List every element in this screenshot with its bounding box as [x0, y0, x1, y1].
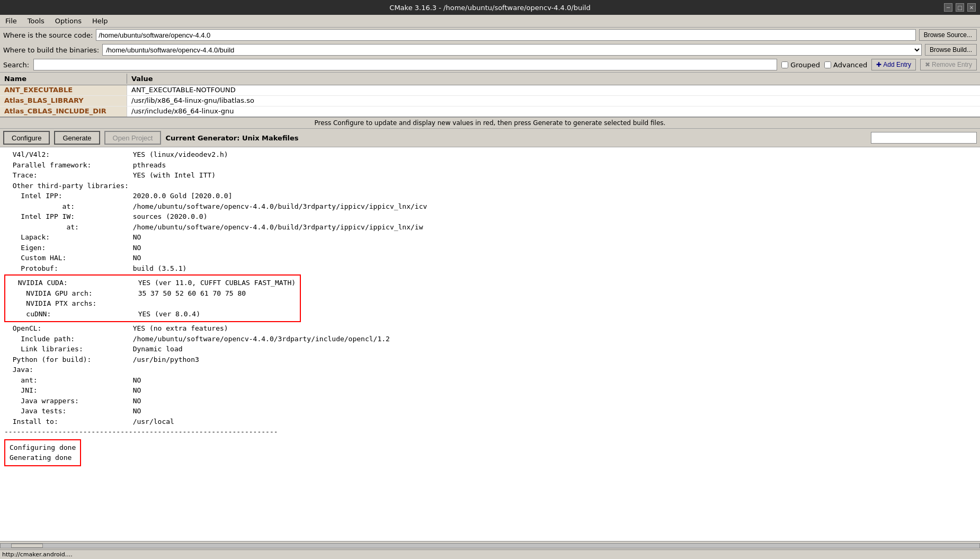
- close-button[interactable]: ✕: [967, 3, 976, 12]
- menu-file[interactable]: File: [2, 16, 20, 26]
- output-line: ant: NO: [4, 375, 976, 386]
- build-label: Where to build the binaries:: [3, 46, 99, 54]
- search-input[interactable]: [33, 59, 777, 70]
- cell-value[interactable]: /usr/include/x86_64-linux-gnu: [127, 107, 980, 117]
- browse-source-button[interactable]: Browse Source...: [919, 29, 977, 41]
- scrollbar-thumb[interactable]: [11, 544, 43, 548]
- source-input[interactable]: [96, 29, 915, 41]
- source-label: Where is the source code:: [3, 31, 93, 39]
- output-line: at: /home/ubuntu/software/opencv-4.4.0/b…: [4, 222, 976, 233]
- open-project-button[interactable]: Open Project: [104, 131, 162, 145]
- menu-tools[interactable]: Tools: [24, 16, 48, 26]
- cell-name: ANT_EXECUTABLE: [0, 85, 127, 95]
- cuda-highlight-box: NVIDIA CUDA: YES (ver 11.0, CUFFT CUBLAS…: [4, 274, 301, 322]
- menu-help[interactable]: Help: [89, 16, 111, 26]
- titlebar: CMake 3.16.3 - /home/ubuntu/software/ope…: [0, 0, 980, 15]
- output-area[interactable]: V4l/V4l2: YES (linux/videodev2.h) Parall…: [0, 147, 980, 541]
- add-entry-button[interactable]: ✚ Add Entry: [871, 59, 916, 70]
- menu-options[interactable]: Options: [52, 16, 85, 26]
- output-search-input[interactable]: [871, 132, 977, 144]
- cuda-line-1: NVIDIA GPU arch: 35 37 50 52 60 61 70 75…: [10, 288, 296, 299]
- advanced-checkbox-group: Advanced: [824, 61, 867, 69]
- table-row[interactable]: Atlas_BLAS_LIBRARY /usr/lib/x86_64-linux…: [0, 96, 980, 107]
- generate-button[interactable]: Generate: [54, 131, 100, 145]
- remove-entry-button[interactable]: ✖ Remove Entry: [920, 59, 977, 70]
- grouped-checkbox[interactable]: [781, 61, 788, 68]
- grouped-checkbox-group: Grouped: [781, 61, 820, 69]
- advanced-label: Advanced: [833, 61, 867, 69]
- output-line: Eigen: NO: [4, 243, 976, 253]
- table-header: Name Value: [0, 73, 980, 85]
- output-line: OpenCL: YES (no extra features): [4, 323, 976, 334]
- output-line: Link libraries: Dynamic load: [4, 344, 976, 354]
- grouped-label: Grouped: [790, 61, 820, 69]
- minimize-button[interactable]: ─: [944, 3, 952, 12]
- plus-icon: ✚: [876, 61, 881, 68]
- statusline: http://cmaker.android....: [0, 549, 980, 559]
- table-row[interactable]: ANT_EXECUTABLE ANT_EXECUTABLE-NOTFOUND: [0, 85, 980, 96]
- remove-icon: ✖: [925, 61, 930, 68]
- bottom-controls: Configure Generate Open Project Current …: [0, 129, 980, 147]
- search-label: Search:: [3, 61, 29, 69]
- cuda-line-0: NVIDIA CUDA: YES (ver 11.0, CUFFT CUBLAS…: [10, 278, 296, 288]
- build-path-select[interactable]: /home/ubuntu/software/opencv-4.4.0/build: [102, 44, 922, 56]
- config-done-line-1: Generating done: [10, 452, 76, 463]
- output-line: Parallel framework: pthreads: [4, 160, 976, 171]
- output-line: Install to: /usr/local: [4, 416, 976, 427]
- status-bar: Press Configure to update and display ne…: [0, 117, 980, 129]
- configure-button[interactable]: Configure: [3, 131, 50, 145]
- generator-label: Current Generator: Unix Makefiles: [165, 134, 298, 142]
- search-row: Search: Grouped Advanced ✚ Add Entry ✖ R…: [0, 57, 980, 73]
- cell-value[interactable]: /usr/lib/x86_64-linux-gnu/libatlas.so: [127, 96, 980, 106]
- config-done-box: Configuring done Generating done: [4, 439, 81, 466]
- output-line: Trace: YES (with Intel ITT): [4, 170, 976, 181]
- output-line: JNI: NO: [4, 385, 976, 396]
- output-line: Java wrappers: NO: [4, 396, 976, 406]
- cuda-line-4: cuDNN: YES (ver 8.0.4): [10, 309, 296, 320]
- col-name-header: Name: [0, 74, 127, 84]
- output-line: Intel IPP IW: sources (2020.0.0): [4, 211, 976, 222]
- menubar: File Tools Options Help: [0, 15, 980, 28]
- output-line: Java tests: NO: [4, 406, 976, 416]
- add-entry-label: Add Entry: [883, 61, 911, 68]
- title-text: CMake 3.16.3 - /home/ubuntu/software/ope…: [389, 4, 590, 12]
- config-done-line-0: Configuring done: [10, 442, 76, 453]
- advanced-checkbox[interactable]: [824, 61, 831, 68]
- window-controls: ─ □ ✕: [944, 3, 976, 12]
- browse-build-button[interactable]: Browse Build...: [925, 44, 977, 56]
- horizontal-scrollbar[interactable]: [0, 541, 980, 549]
- output-line: Java:: [4, 365, 976, 375]
- maximize-button[interactable]: □: [956, 3, 964, 12]
- remove-entry-label: Remove Entry: [932, 61, 972, 68]
- cell-name: Atlas_CBLAS_INCLUDE_DIR: [0, 107, 127, 117]
- source-row: Where is the source code: Browse Source.…: [0, 28, 980, 42]
- output-line: Intel IPP: 2020.0.0 Gold [2020.0.0]: [4, 191, 976, 201]
- output-line: Custom HAL: NO: [4, 253, 976, 263]
- status-url: http://cmaker.android....: [2, 551, 73, 558]
- output-line: Lapack: NO: [4, 232, 976, 243]
- output-line: Python (for build): /usr/bin/python3: [4, 354, 976, 365]
- cell-value[interactable]: ANT_EXECUTABLE-NOTFOUND: [127, 85, 980, 95]
- output-line: Other third-party libraries:: [4, 181, 976, 191]
- status-message: Press Configure to update and display ne…: [315, 119, 666, 127]
- table-row[interactable]: Atlas_CBLAS_INCLUDE_DIR /usr/include/x86…: [0, 107, 980, 117]
- scrollbar-track[interactable]: [0, 543, 980, 548]
- output-line: ----------------------------------------…: [4, 427, 976, 437]
- output-line: Include path: /home/ubuntu/software/open…: [4, 334, 976, 344]
- output-line: Protobuf: build (3.5.1): [4, 263, 976, 274]
- build-row: Where to build the binaries: /home/ubunt…: [0, 42, 980, 57]
- table-body[interactable]: ANT_EXECUTABLE ANT_EXECUTABLE-NOTFOUND A…: [0, 85, 980, 117]
- cell-name: Atlas_BLAS_LIBRARY: [0, 96, 127, 106]
- output-line: V4l/V4l2: YES (linux/videodev2.h): [4, 149, 976, 160]
- col-value-header: Value: [127, 74, 980, 84]
- cuda-line-2: NVIDIA PTX archs:: [10, 298, 296, 309]
- output-line: at: /home/ubuntu/software/opencv-4.4.0/b…: [4, 201, 976, 212]
